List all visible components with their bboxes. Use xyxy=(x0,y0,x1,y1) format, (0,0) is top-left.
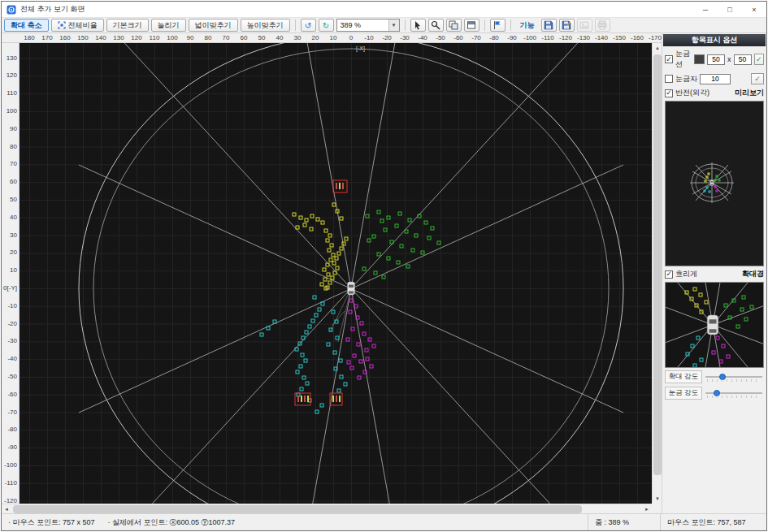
statusbar-left: · 마우스 포인트: 757 x 507 · 실제에서 포인트: ⓧ600.05… xyxy=(2,517,588,528)
titlebar: 전체 추가 보기 화면 ─ □ × xyxy=(2,2,766,18)
check-icon: ✓ xyxy=(756,55,762,63)
window-title: 전체 추가 보기 화면 xyxy=(20,4,693,15)
check-icon: ✓ xyxy=(666,89,672,97)
save-button[interactable] xyxy=(541,19,557,32)
close-button[interactable]: × xyxy=(742,2,766,17)
toolbar: 확대 축소 전체비율 기본크기 늘리기 넓이맞추기 높이맞추기 ↺ ↻ 389 … xyxy=(2,18,766,33)
default-size-button[interactable]: 기본크기 xyxy=(106,19,149,32)
export-image-icon xyxy=(579,20,589,30)
ruler-tick: 40 xyxy=(10,214,17,221)
grid-strength-slider[interactable] xyxy=(705,388,762,398)
ruler-tick: -90 xyxy=(507,34,517,41)
statusbar: · 마우스 포인트: 757 x 507 · 실제에서 포인트: ⓧ600.05… xyxy=(2,513,766,530)
magnifier-icon xyxy=(431,20,440,30)
blur-checkbox[interactable]: ✓ xyxy=(665,270,673,279)
svg-text:[-X]: [-X] xyxy=(356,45,365,52)
horizontal-scrollbar[interactable]: ◄ ► xyxy=(2,504,652,513)
scroll-right-icon: ► xyxy=(644,507,649,512)
ruler-tick: 160 xyxy=(59,34,70,41)
app-window: 전체 추가 보기 화면 ─ □ × 확대 축소 전체비율 기본크기 늘리기 넓이… xyxy=(1,1,767,531)
ruler-tick: -80 xyxy=(489,34,499,41)
ruler-tick: 110 xyxy=(150,34,160,41)
gridline-height-input[interactable] xyxy=(734,54,752,65)
zoom-level-select[interactable]: 389 % ▾ xyxy=(336,19,400,32)
real-point-status: · 실제에서 포인트: ⓧ600.05 ⓨ1007.37 xyxy=(108,517,236,528)
zoom-toggle-button[interactable]: 확대 축소 xyxy=(4,19,49,32)
ruler-checkbox[interactable] xyxy=(665,75,673,83)
toolbar-separator xyxy=(295,19,296,31)
scroll-up-button[interactable]: ▲ xyxy=(653,43,662,53)
flag-button[interactable] xyxy=(490,19,505,32)
fit-ratio-icon xyxy=(58,21,66,29)
ruler-tick: -80 xyxy=(7,426,17,433)
ruler-tick: -130 xyxy=(577,34,590,41)
ruler-tick: 120 xyxy=(7,72,17,79)
ruler-tick: -110 xyxy=(5,480,17,487)
gridline-width-input[interactable] xyxy=(707,54,725,65)
vertical-scroll-thumb[interactable] xyxy=(653,54,662,475)
scroll-left-button[interactable]: ◄ xyxy=(2,504,11,514)
fit-height-button[interactable]: 높이맞추기 xyxy=(241,19,290,32)
check-icon: ✓ xyxy=(666,270,672,278)
default-size-label: 기본크기 xyxy=(113,20,142,31)
zoom-strength-thumb[interactable] xyxy=(719,374,726,380)
magnifier-scene xyxy=(666,283,764,367)
export-button[interactable] xyxy=(577,19,592,32)
minimize-icon: ─ xyxy=(703,6,708,14)
gridline-label: 눈금선 xyxy=(675,49,692,70)
ruler-label: 눈금자 xyxy=(675,74,697,84)
ruler-tick: 130 xyxy=(113,34,124,41)
gridline-apply-button[interactable]: ✓ xyxy=(754,54,764,65)
ruler-tick: -50 xyxy=(436,34,445,41)
redo-button[interactable]: ↻ xyxy=(319,19,334,32)
ruler-tick: -120 xyxy=(559,34,572,41)
window-view-tool-button[interactable] xyxy=(464,19,479,32)
undo-button[interactable]: ↺ xyxy=(301,19,316,32)
select-tool-button[interactable] xyxy=(410,19,426,32)
ruler-step-input[interactable] xyxy=(700,74,731,84)
magnifier-view[interactable] xyxy=(665,282,764,368)
vertical-scrollbar[interactable]: ▲ ▼ xyxy=(652,43,662,504)
ruler-apply-button[interactable]: ✓ xyxy=(751,73,764,84)
ruler-tick: 80 xyxy=(205,34,212,41)
print-button[interactable] xyxy=(595,19,610,32)
save-as-button[interactable] xyxy=(559,19,575,32)
fit-width-label: 넓이맞추기 xyxy=(195,20,232,31)
minimize-button[interactable]: ─ xyxy=(693,2,718,17)
horizontal-scroll-thumb[interactable] xyxy=(13,505,582,513)
grid-strength-thumb[interactable] xyxy=(714,390,720,396)
scroll-right-button[interactable]: ► xyxy=(642,504,652,514)
scroll-down-button[interactable]: ▼ xyxy=(653,494,662,504)
function-group-label: 기능 xyxy=(516,20,539,31)
stretch-button[interactable]: 늘리기 xyxy=(151,19,186,32)
fit-width-button[interactable]: 넓이맞추기 xyxy=(189,19,238,32)
zoom-tool-button[interactable] xyxy=(428,19,444,32)
scroll-down-icon: ▼ xyxy=(655,496,660,501)
minimap-preview[interactable] xyxy=(665,101,764,266)
fit-ratio-button[interactable]: 전체비율 xyxy=(51,19,104,32)
ruler-tick: -50 xyxy=(7,374,17,380)
region-select-tool-button[interactable] xyxy=(446,19,462,32)
ruler-tick: 10 xyxy=(10,267,17,274)
grid-strength-label: 눈금 강도 xyxy=(665,387,702,400)
zoom-strength-slider[interactable] xyxy=(705,372,762,382)
viewer-main-row: 1301201101009080706050403020100[-Y]-10-2… xyxy=(2,43,662,504)
gridline-color-swatch[interactable] xyxy=(694,54,705,64)
flag-icon xyxy=(492,20,502,30)
ruler-tick: 70 xyxy=(223,34,230,41)
content-area: 1801701601501401301201101009080706050403… xyxy=(2,33,766,513)
ruler-tick: 50 xyxy=(258,34,266,41)
ruler-tick: 180 xyxy=(24,34,34,41)
zoom-level-value: 389 % xyxy=(337,21,388,29)
toolbar-separator xyxy=(484,19,485,31)
ruler-tick: -100 xyxy=(523,34,536,41)
gridline-checkbox[interactable]: ✓ xyxy=(665,55,673,63)
maximize-button[interactable]: □ xyxy=(718,2,742,17)
ruler-tick: -10 xyxy=(7,303,17,309)
ruler-tick: -120 xyxy=(4,498,17,504)
check-icon: ✓ xyxy=(754,75,761,83)
ruler-tick: -30 xyxy=(7,338,17,344)
radar-canvas[interactable]: [-X] xyxy=(20,43,652,504)
mouse-point-status-right: 마우스 포인트: 757, 587 xyxy=(661,514,766,530)
invert-checkbox[interactable]: ✓ xyxy=(665,89,673,97)
